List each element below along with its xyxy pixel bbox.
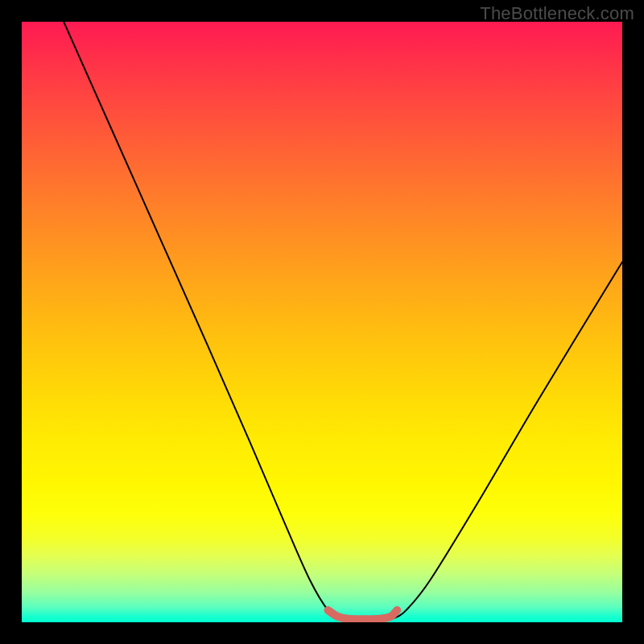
plot-area (22, 22, 622, 622)
chart-frame: TheBottleneck.com (0, 0, 644, 644)
bottleneck-curve-path (64, 22, 622, 619)
curve-svg (22, 22, 622, 622)
valley-highlight-path (328, 610, 397, 619)
